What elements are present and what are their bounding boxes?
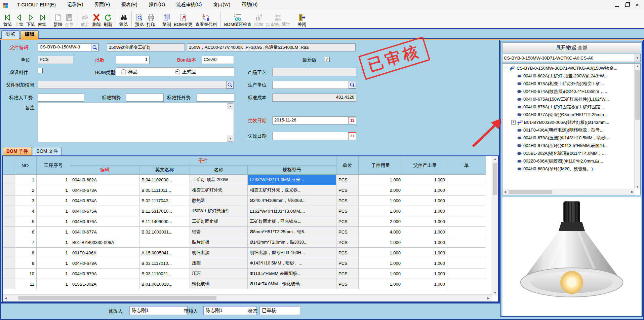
cell-extra[interactable] [447, 175, 486, 185]
cell-extra[interactable] [447, 185, 486, 195]
cell-extra[interactable] [447, 216, 486, 227]
scroll-down-icon[interactable]: ▼ [492, 290, 498, 295]
cell-extra[interactable] [447, 269, 486, 279]
table-row[interactable]: 1 1 004H0-682A B.04.1102030... 工矿灯-顶盖-20… [3, 175, 486, 185]
tree-node[interactable]: 004H0-682A(工矿灯-顶盖-200W)(L243*W... [503, 72, 635, 80]
cell-code[interactable]: 004H0-675A [70, 206, 139, 216]
cell-spec[interactable]: 相变工矿灯外壳，亚光铁... [248, 185, 336, 195]
scroll-up-icon[interactable]: ▲ [228, 103, 233, 109]
tree-node[interactable]: 015BL-302A(钢化玻璃)(Ø114*T4.0MM，... [503, 149, 635, 157]
table-row[interactable]: 6 1 004H0-677A B.02.1003031... 铝管 Ø8mm*H… [3, 227, 486, 237]
scroll-left-icon[interactable]: ◀ [3, 295, 9, 301]
parent-extra-lookup-button[interactable] [226, 81, 234, 88]
cell-qty[interactable]: 2.000 [359, 185, 403, 195]
expand-collapse-all-button[interactable]: 展开/收起 全部 [502, 42, 641, 53]
minimize-icon[interactable] [614, 2, 620, 7]
tree-node[interactable]: 004H0-678A(压圈)(Φ143*H10.5MM，喷砂... [503, 134, 635, 142]
cell-code[interactable]: 004H0-676A [70, 216, 139, 227]
cell-extra[interactable] [447, 279, 486, 289]
cell-seq[interactable]: 1 [37, 195, 70, 206]
col-code-header[interactable]: 编码 [70, 166, 139, 175]
cell-no[interactable]: 9 [15, 258, 37, 269]
calendar-icon[interactable]: 31 [348, 116, 356, 125]
table-row[interactable]: 10 1 004H0-679A B.03.1110021... 压环 Φ113.… [3, 269, 486, 279]
row-indicator-cell[interactable] [3, 185, 15, 195]
cell-no[interactable]: 3 [15, 195, 37, 206]
cell-name[interactable]: 压环 [190, 269, 248, 279]
table-row[interactable]: 5 1 004H0-676A B.11.1409000... 工矿灯固定板 工矿… [3, 216, 486, 227]
cell-spec[interactable]: Φ113.5*H5MM,表面阳极... [248, 269, 336, 279]
cell-unit[interactable]: PCS [336, 279, 359, 289]
cell-unit[interactable]: PCS [336, 195, 359, 206]
cell-unit[interactable]: PCS [336, 206, 359, 216]
prod-unit-field[interactable] [272, 81, 356, 89]
bom-version-selector[interactable]: CS-BYB-0-150MW-30D71-WCTKG-A0:CS-A0 ▼ [502, 54, 641, 62]
tree-node[interactable]: 004H0-679A(压环)(Φ113.5*H5MM,表面阳... [503, 142, 635, 149]
cell-spec[interactable]: 明纬电源，型号HLG-150H... [248, 248, 336, 258]
cell-no[interactable]: 8 [15, 248, 37, 258]
col-name-header[interactable]: 名称 [190, 166, 248, 175]
cell-seq[interactable]: 1 [37, 258, 70, 269]
cell-name[interactable]: 工矿灯固定板 [190, 216, 248, 227]
row-indicator-cell[interactable] [3, 175, 15, 185]
table-row[interactable]: 7 1 B01-BYB00330-006A 贴片灯板 Ø143mm*T2.0mm… [3, 237, 486, 248]
cell-parent-out[interactable]: 1.000 [403, 248, 447, 258]
cell-seq[interactable]: 1 [37, 237, 70, 248]
table-row[interactable]: 11 1 015BL-302A B.01.0010018... 钢化玻璃 Ø11… [3, 279, 486, 289]
print-button[interactable]: 打印 [145, 12, 157, 27]
menu-window[interactable]: 窗口(W) [207, 2, 236, 8]
scrollbar-thumb[interactable] [635, 70, 640, 120]
cell-seq[interactable]: 1 [37, 227, 70, 237]
tree-node[interactable]: 004H0-674A(散热器)(Ø240.4*H108mm，... [503, 87, 635, 95]
tree-expander-icon[interactable]: + [511, 120, 516, 125]
copy-button[interactable]: 复制 [161, 12, 172, 27]
tree-node[interactable]: 004H0-677A(铝管)(Ø8mm*H51*T2.25mm， [503, 111, 635, 118]
cell-qty[interactable]: 1.000 [359, 195, 403, 206]
cell-unit[interactable]: PCS [336, 185, 359, 195]
row-indicator-cell[interactable] [3, 258, 15, 269]
cell-extra[interactable] [447, 237, 486, 248]
cell-en-name[interactable]: B.03.1110021... [139, 269, 190, 279]
cell-name[interactable]: 相变工矿灯外壳 [190, 185, 248, 195]
preview-button[interactable]: 预览 [134, 12, 145, 27]
col-extra-header[interactable]: 单 [447, 156, 486, 175]
col-spec-header[interactable]: 规格型号 [248, 166, 336, 175]
scroll-left-icon[interactable]: ◀ [502, 189, 508, 194]
menu-report[interactable]: 报表(R) [116, 2, 143, 8]
cell-qty[interactable]: 4.000 [359, 227, 403, 237]
table-vertical-scrollbar[interactable]: ▲ ▼ [492, 156, 498, 295]
tree-node[interactable]: 004H0-673A(相变工矿灯外壳)(相变工矿... [503, 80, 635, 87]
cell-no[interactable]: 7 [15, 237, 37, 248]
row-indicator-cell[interactable] [3, 269, 15, 279]
row-indicator-cell[interactable] [3, 195, 15, 206]
filter-button[interactable]: 筛选 [118, 12, 129, 27]
menu-workflow-audit[interactable]: 流程审核(C) [171, 2, 207, 8]
bom-loop-check-button[interactable]: 1BOM循环检查 [223, 12, 253, 27]
cell-en-name[interactable]: B.04.1102030... [139, 175, 190, 185]
effective-date-field[interactable]: 2015-11-26 [272, 116, 348, 125]
cell-parent-out[interactable]: 1.000 [403, 227, 447, 237]
cell-seq[interactable]: 1 [37, 248, 70, 258]
cell-parent-out[interactable]: 1.000 [403, 216, 447, 227]
cell-parent-out[interactable]: 1.000 [403, 195, 447, 206]
cell-parent-out[interactable]: 1.000 [403, 279, 447, 289]
cell-code[interactable]: 001F0-406A [70, 248, 139, 258]
cell-seq[interactable]: 1 [37, 185, 70, 195]
parent-code-lookup-button[interactable] [91, 44, 98, 51]
cell-parent-out[interactable]: 1.000 [403, 237, 447, 248]
cell-spec[interactable]: Φ143*H10.5MM，喷砂、... [248, 258, 336, 269]
tree-vertical-scrollbar[interactable]: ▲ ▼ [634, 64, 640, 189]
cell-code[interactable]: B01-BYB00330-006A [70, 237, 139, 248]
cell-en-name[interactable]: B.02.1117042... [139, 195, 190, 206]
remark-scrollbar[interactable]: ▲ ▼ [228, 103, 233, 142]
bom-type-sample-radio[interactable]: 样品 [121, 69, 137, 75]
cell-en-name[interactable]: B.01.0010018... [139, 279, 190, 289]
row-indicator-cell[interactable] [3, 216, 15, 227]
tree-node[interactable]: 002Z0-606A(硅胶圈)(Φ110*Φ2.0mm,白... [503, 157, 635, 165]
cell-en-name[interactable]: B.02.1003031... [139, 227, 190, 237]
chevron-down-icon[interactable]: ▼ [634, 54, 640, 62]
row-indicator-cell[interactable] [3, 248, 15, 258]
scroll-down-icon[interactable]: ▼ [228, 136, 233, 142]
cell-extra[interactable] [447, 195, 486, 206]
cell-code[interactable]: 004H0-682A [70, 175, 139, 185]
